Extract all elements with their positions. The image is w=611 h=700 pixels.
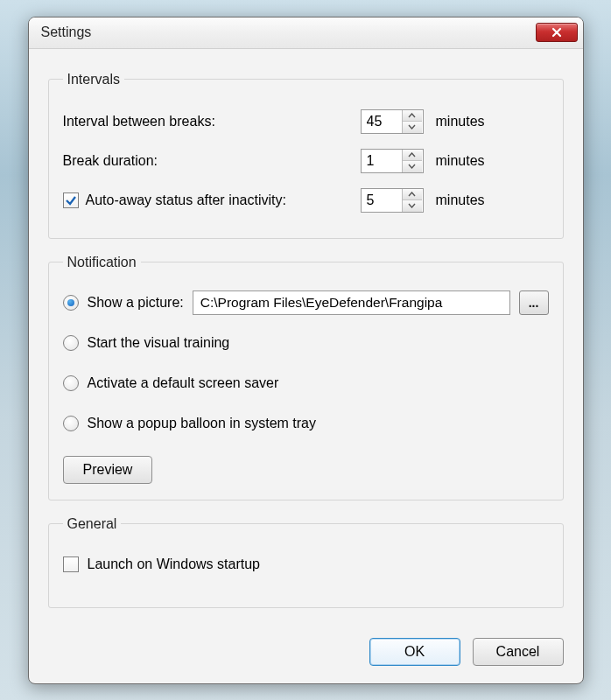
chevron-down-icon [408,124,416,130]
popup-balloon-row: Show a popup balloon in system tray [63,410,549,437]
intervals-group: Intervals Interval between breaks: minut… [48,72,564,239]
screen-saver-row: Activate a default screen saver [63,370,549,396]
auto-away-down[interactable] [403,200,422,212]
picture-path-input[interactable]: C:\Program Files\EyeDefender\Frangipa [193,290,510,315]
break-duration-down[interactable] [403,161,422,172]
launch-startup-checkbox[interactable] [63,556,79,572]
notification-legend: Notification [63,255,141,270]
auto-away-row: Auto-away status after inactivity: minut… [63,183,549,218]
auto-away-label: Auto-away status after inactivity: [86,192,286,208]
show-picture-label: Show a picture: [88,295,184,311]
auto-away-spinner[interactable] [361,188,424,213]
chevron-down-icon [408,164,416,169]
interval-between-down[interactable] [403,122,422,133]
break-duration-row: Break duration: minutes [63,144,549,178]
general-legend: General [63,516,122,532]
break-duration-label: Break duration: [63,153,158,169]
auto-away-unit: minutes [436,192,485,208]
popup-balloon-label: Show a popup balloon in system tray [88,416,316,431]
launch-startup-label: Launch on Windows startup [88,556,260,572]
screen-saver-label: Activate a default screen saver [88,375,279,391]
titlebar: Settings [29,18,583,49]
visual-training-label: Start the visual training [88,335,230,351]
settings-dialog: Settings Intervals Interval between brea… [28,17,584,684]
intervals-legend: Intervals [63,72,124,88]
visual-training-radio[interactable] [63,335,79,351]
notification-group: Notification Show a picture: C:\Program … [48,255,564,500]
interval-between-label: Interval between breaks: [63,114,215,130]
interval-between-spinner[interactable] [361,109,424,134]
show-picture-radio[interactable] [63,295,79,311]
auto-away-checkbox[interactable] [63,192,79,208]
auto-away-up[interactable] [403,189,422,201]
chevron-up-icon [408,152,416,158]
close-icon [551,27,562,38]
chevron-up-icon [408,113,416,118]
ok-button[interactable]: OK [369,638,460,666]
chevron-down-icon [408,203,416,208]
cancel-button[interactable]: Cancel [473,638,564,666]
popup-balloon-radio[interactable] [63,416,79,431]
show-picture-row: Show a picture: C:\Program Files\EyeDefe… [63,290,549,316]
break-duration-input[interactable] [362,150,402,172]
auto-away-input[interactable] [362,189,402,212]
general-group: General Launch on Windows startup [48,516,564,608]
window-title: Settings [41,24,536,40]
browse-button[interactable]: ... [519,290,549,315]
visual-training-row: Start the visual training [63,330,549,356]
check-icon [65,194,77,206]
interval-between-unit: minutes [436,114,485,130]
chevron-up-icon [408,192,416,197]
interval-between-up[interactable] [403,110,422,122]
break-duration-unit: minutes [436,153,485,169]
preview-button[interactable]: Preview [63,456,153,484]
interval-between-row: Interval between breaks: minutes [63,104,549,139]
break-duration-spinner[interactable] [361,149,424,173]
screen-saver-radio[interactable] [63,375,79,391]
launch-startup-row: Launch on Windows startup [63,551,549,578]
dialog-footer: OK Cancel [29,631,583,683]
interval-between-input[interactable] [362,110,402,133]
break-duration-up[interactable] [403,150,422,162]
close-button[interactable] [536,23,578,42]
dialog-content: Intervals Interval between breaks: minut… [29,49,583,631]
